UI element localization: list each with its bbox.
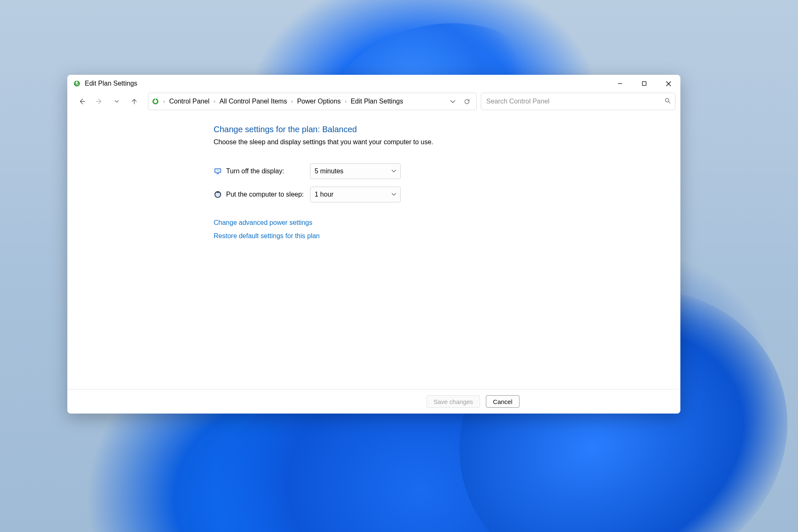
- svg-line-11: [668, 101, 670, 103]
- window-title: Edit Plan Settings: [85, 80, 137, 87]
- back-button[interactable]: [73, 92, 91, 111]
- edit-plan-settings-window: Edit Plan Settings: [67, 75, 680, 414]
- title-bar: Edit Plan Settings: [67, 75, 680, 92]
- up-button[interactable]: [126, 92, 143, 111]
- row-put-computer-to-sleep: Put the computer to sleep: 1 hour: [214, 187, 680, 202]
- link-advanced-power-settings[interactable]: Change advanced power settings: [214, 219, 680, 227]
- footer-bar: Save changes Cancel: [67, 389, 680, 414]
- cancel-button[interactable]: Cancel: [486, 395, 520, 408]
- chevron-down-icon: [392, 167, 396, 175]
- sleep-label: Put the computer to sleep:: [226, 191, 310, 198]
- chevron-down-icon: [392, 191, 396, 198]
- chevron-right-icon[interactable]: ›: [290, 99, 295, 104]
- minimize-button[interactable]: [608, 75, 632, 92]
- sleep-timeout-select[interactable]: 1 hour: [310, 187, 401, 202]
- refresh-button[interactable]: [460, 94, 474, 108]
- display-label: Turn off the display:: [226, 167, 310, 175]
- row-turn-off-display: Turn off the display: 5 minutes: [214, 163, 680, 179]
- power-options-icon: [152, 98, 159, 105]
- address-dropdown-button[interactable]: [446, 94, 460, 108]
- display-icon: [214, 167, 222, 175]
- page-subtitle: Choose the sleep and display settings th…: [214, 138, 680, 146]
- display-timeout-select[interactable]: 5 minutes: [310, 163, 401, 179]
- links-area: Change advanced power settings Restore d…: [214, 219, 680, 240]
- svg-rect-15: [217, 173, 219, 174]
- search-box[interactable]: [481, 93, 675, 110]
- content-area: Change settings for the plan: Balanced C…: [67, 113, 680, 389]
- breadcrumb-item[interactable]: All Control Panel Items: [219, 98, 287, 105]
- search-input[interactable]: [485, 97, 665, 106]
- sleep-icon: [214, 190, 222, 199]
- desktop-background: Edit Plan Settings: [0, 0, 798, 532]
- chevron-right-icon[interactable]: ›: [343, 99, 348, 104]
- forward-button[interactable]: [91, 92, 108, 111]
- breadcrumb-item[interactable]: Power Options: [297, 98, 341, 105]
- chevron-right-icon[interactable]: ›: [162, 99, 167, 104]
- window-controls: [608, 75, 680, 92]
- svg-rect-4: [643, 82, 646, 86]
- svg-rect-9: [155, 99, 156, 101]
- power-options-icon: [73, 80, 81, 87]
- address-bar[interactable]: › Control Panel › All Control Panel Item…: [148, 93, 477, 110]
- display-timeout-value: 5 minutes: [315, 167, 343, 175]
- maximize-button[interactable]: [632, 75, 656, 92]
- svg-rect-2: [76, 81, 77, 83]
- save-changes-button[interactable]: Save changes: [426, 395, 480, 408]
- link-restore-defaults[interactable]: Restore default settings for this plan: [214, 232, 680, 240]
- breadcrumb-item[interactable]: Control Panel: [169, 98, 209, 105]
- chevron-right-icon[interactable]: ›: [212, 99, 217, 104]
- close-button[interactable]: [656, 75, 680, 92]
- breadcrumb-item[interactable]: Edit Plan Settings: [351, 98, 403, 105]
- recent-locations-button[interactable]: [108, 92, 126, 111]
- page-heading: Change settings for the plan: Balanced: [214, 125, 680, 134]
- search-icon[interactable]: [665, 98, 671, 106]
- sleep-timeout-value: 1 hour: [315, 191, 333, 198]
- nav-toolbar: › Control Panel › All Control Panel Item…: [67, 92, 680, 111]
